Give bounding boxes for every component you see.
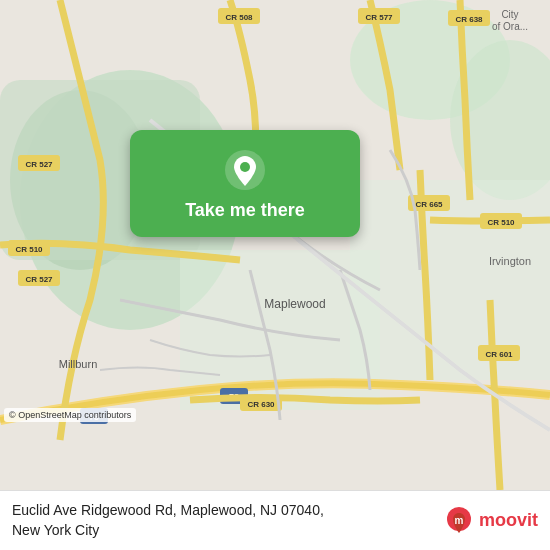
- location-pin-icon: [223, 148, 267, 192]
- svg-text:CR 510: CR 510: [15, 245, 43, 254]
- moovit-logo: m moovit: [443, 505, 538, 537]
- svg-text:CR 527: CR 527: [25, 275, 53, 284]
- svg-point-38: [240, 162, 250, 172]
- svg-text:of Ora...: of Ora...: [492, 21, 528, 32]
- svg-text:CR 630: CR 630: [247, 400, 275, 409]
- svg-text:City: City: [501, 9, 518, 20]
- address-text: Euclid Ave Ridgewood Rd, Maplewood, NJ 0…: [12, 501, 443, 540]
- take-me-there-label: Take me there: [185, 200, 305, 221]
- openstreetmap-attribution: © OpenStreetMap contributors: [4, 408, 136, 422]
- svg-text:CR 510: CR 510: [487, 218, 515, 227]
- moovit-icon: m: [443, 505, 475, 537]
- svg-text:CR 665: CR 665: [415, 200, 443, 209]
- svg-text:CR 577: CR 577: [365, 13, 393, 22]
- map-container: 78 78 CR 527 CR 527 CR 510 CR 510 CR 508…: [0, 0, 550, 490]
- svg-text:Maplewood: Maplewood: [264, 297, 325, 311]
- svg-text:CR 508: CR 508: [225, 13, 253, 22]
- bottom-bar: Euclid Ave Ridgewood Rd, Maplewood, NJ 0…: [0, 490, 550, 550]
- svg-text:Millburn: Millburn: [59, 358, 98, 370]
- svg-text:m: m: [455, 515, 464, 526]
- moovit-text: moovit: [479, 510, 538, 531]
- svg-text:Irvington: Irvington: [489, 255, 531, 267]
- take-me-there-button[interactable]: Take me there: [130, 130, 360, 237]
- svg-text:CR 638: CR 638: [455, 15, 483, 24]
- svg-text:CR 527: CR 527: [25, 160, 53, 169]
- svg-text:CR 601: CR 601: [485, 350, 513, 359]
